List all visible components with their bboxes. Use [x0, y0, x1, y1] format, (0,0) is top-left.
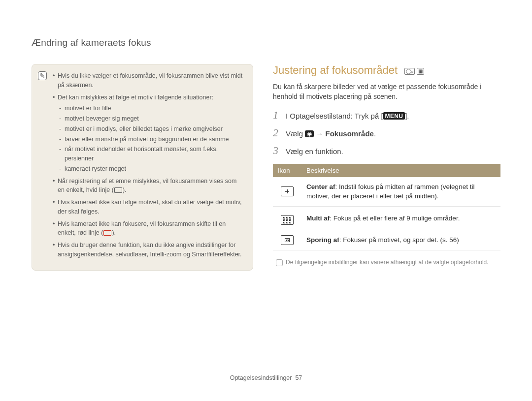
- step-text-bold: Fokusområde: [326, 129, 374, 138]
- footer-section: Optagelsesindstillinger: [230, 374, 292, 381]
- note-sub-item: motivet er i modlys, eller billedet tage…: [58, 124, 245, 134]
- photo-mode-icon: ◯ₚ: [404, 68, 415, 75]
- focus-options-table: Ikon Beskrivelse Center af: Indstil foku…: [273, 164, 500, 251]
- option-title: Sporing af: [306, 236, 339, 244]
- camera-icon: ◉: [305, 130, 314, 137]
- table-footnote: De tilgængelige indstillinger kan varier…: [273, 258, 500, 267]
- step-2: 2 Vælg ◉ → Fokusområde.: [273, 126, 500, 139]
- menu-button-icon: MENU: [383, 112, 405, 120]
- note-text: ).: [112, 229, 116, 236]
- step-1: 1 I Optagelsestilstand: Tryk på [MENU].: [273, 109, 500, 122]
- note-text: Når registrering af et emne mislykkes, v…: [58, 178, 236, 194]
- option-title: Multi af: [306, 215, 330, 222]
- mode-icons: ◯ₚ ▣: [404, 68, 424, 75]
- table-row: Sporing af: Fokuser på motivet, og spor …: [273, 230, 500, 250]
- step-text: .: [374, 129, 376, 138]
- footer-page-number: 57: [295, 374, 302, 381]
- section-intro: Du kan få skarpere billeder ved at vælge…: [273, 82, 500, 102]
- table-header-icon: Ikon: [273, 164, 301, 177]
- note-text: ).: [123, 186, 127, 193]
- step-text: Vælg en funktion.: [286, 147, 343, 155]
- arrow-icon: →: [314, 129, 325, 138]
- multi-af-icon: [281, 215, 294, 225]
- step-3: 3 Vælg en funktion.: [273, 144, 500, 157]
- note-sub-item: motivet bevæger sig meget: [58, 114, 245, 123]
- note-sub-item: farver eller mønstre på motivet og baggr…: [58, 135, 245, 144]
- note-pencil-icon: ✎: [38, 71, 47, 80]
- option-desc: : Fokus på et eller flere af 9 mulige om…: [330, 215, 460, 222]
- step-text: Vælg: [286, 129, 305, 138]
- note-item: Hvis du bruger denne funktion, kan du ik…: [53, 241, 245, 259]
- steps-list: 1 I Optagelsestilstand: Tryk på [MENU]. …: [273, 109, 500, 157]
- focus-frame-white-icon: [114, 187, 122, 193]
- note-text: Det kan mislykkes at følge et motiv i fø…: [58, 94, 213, 101]
- left-column: ✎ Hvis du ikke vælger et fokusområde, vi…: [32, 64, 253, 271]
- focus-frame-red-icon: [103, 230, 111, 236]
- scene-mode-icon: ▣: [417, 68, 424, 75]
- step-number: 2: [273, 126, 282, 139]
- option-desc: : Fokuser på motivet, og spor det. (s. 5…: [339, 236, 459, 244]
- content-area: ✎ Hvis du ikke vælger et fokusområde, vi…: [32, 64, 500, 271]
- note-item: Hvis kameraet ikke kan fokusere, vil fok…: [53, 219, 245, 238]
- tracking-af-icon: [281, 235, 294, 245]
- step-number: 1: [273, 109, 282, 122]
- note-sub-item: kameraet ryster meget: [58, 164, 245, 174]
- note-item: Når registrering af et emne mislykkes, v…: [53, 177, 245, 195]
- table-row: Center af: Indstil fokus på midten af ra…: [273, 177, 500, 207]
- section-title: Justering af fokusområdet: [273, 64, 398, 77]
- note-item: Hvis kameraet ikke kan følge motivet, sk…: [53, 198, 245, 216]
- step-text: ].: [405, 112, 409, 120]
- step-number: 3: [273, 144, 282, 157]
- note-text: Hvis kameraet ikke kan fokusere, vil fok…: [58, 220, 226, 237]
- note-item: Det kan mislykkes at følge et motiv i fø…: [53, 93, 245, 174]
- right-column: Justering af fokusområdet ◯ₚ ▣ Du kan få…: [273, 64, 500, 271]
- note-sub-item: motivet er for lille: [58, 104, 245, 113]
- page-header-title: Ændring af kameraets fokus: [32, 37, 151, 48]
- center-af-icon: [281, 186, 294, 196]
- note-item: Hvis du ikke vælger et fokusområde, vil …: [53, 71, 245, 90]
- table-row: Multi af: Fokus på et eller flere af 9 m…: [273, 206, 500, 230]
- table-header-desc: Beskrivelse: [301, 164, 500, 177]
- option-title: Center af: [306, 183, 335, 190]
- step-text: I Optagelsestilstand: Tryk på [: [286, 112, 383, 120]
- note-sub-item: når motivet indeholder et horisontalt mø…: [58, 145, 245, 163]
- page-footer: Optagelsesindstillinger 57: [0, 374, 532, 381]
- note-box: ✎ Hvis du ikke vælger et fokusområde, vi…: [32, 64, 253, 271]
